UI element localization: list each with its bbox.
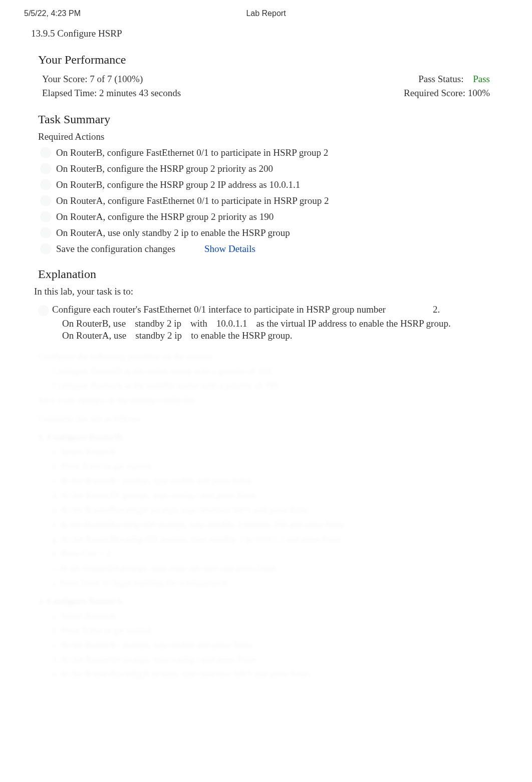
required-actions-label: Required Actions (38, 131, 494, 142)
action-item: On RouterB, configure FastEthernet 0/1 t… (38, 147, 494, 158)
action-item: On RouterB, configure the HSRP group 2 I… (38, 179, 494, 190)
check-icon (40, 179, 51, 190)
check-icon (40, 195, 51, 206)
check-icon (40, 163, 51, 174)
lab-title: 13.9.5 Configure HSRP (0, 22, 532, 44)
show-details-link[interactable]: Show Details (204, 243, 255, 254)
action-item: On RouterA, use only standby 2 ip to ena… (38, 227, 494, 238)
page-header: 5/5/22, 4:23 PM Lab Report (0, 0, 532, 22)
performance-heading: Your Performance (38, 53, 494, 67)
check-icon (40, 147, 51, 158)
check-icon (40, 227, 51, 238)
pass-status: Pass Status: Pass (418, 74, 490, 85)
task-summary-heading: Task Summary (38, 113, 494, 126)
action-item: On RouterB, configure the HSRP group 2 p… (38, 163, 494, 174)
explanation-intro: In this lab, your task is to: (34, 286, 494, 297)
bullet-icon (38, 305, 49, 316)
action-list: On RouterB, configure FastEthernet 0/1 t… (38, 147, 494, 254)
required-score: Required Score: 100% (404, 88, 490, 99)
header-timestamp: 5/5/22, 4:23 PM (24, 9, 81, 18)
action-item: On RouterA, configure FastEthernet 0/1 t… (38, 195, 494, 206)
explanation-heading: Explanation (38, 268, 494, 281)
explanation-sublines: On RouterB, use standby 2 ip with 10.0.1… (62, 318, 494, 341)
hsrp-group-number: 2. (433, 304, 440, 315)
check-icon (40, 211, 51, 222)
check-icon (40, 243, 51, 254)
content-card: Your Performance Your Score: 7 of 7 (100… (25, 44, 507, 681)
explanation-bullet: Configure each router's FastEthernet 0/1… (38, 304, 494, 316)
action-item-save: Save the configuration changes Show Deta… (38, 243, 494, 254)
elapsed-time: Elapsed Time: 2 minutes 43 seconds (42, 88, 181, 99)
pass-value: Pass (473, 74, 490, 84)
faded-content: Configure the following priorities on th… (25, 350, 507, 681)
header-title: Lab Report (246, 9, 286, 18)
action-item: On RouterA, configure the HSRP group 2 p… (38, 211, 494, 222)
score-label: Your Score: 7 of 7 (100%) (42, 74, 143, 85)
